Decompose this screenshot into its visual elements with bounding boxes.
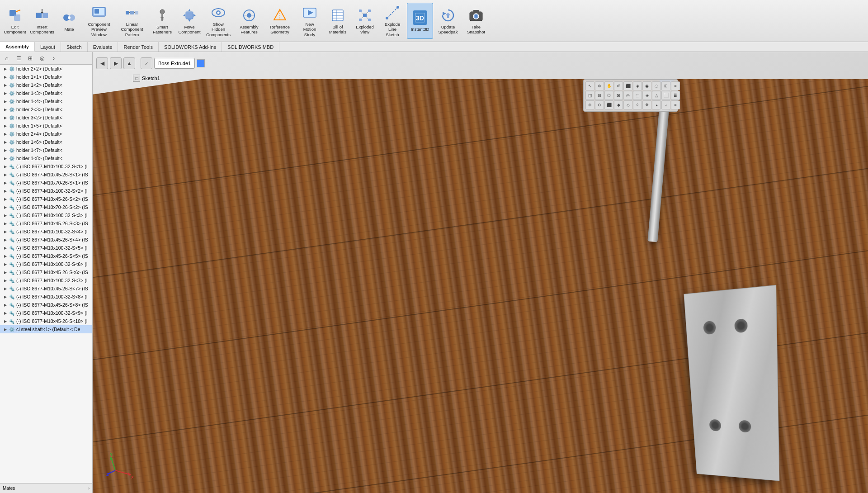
mini-btn-22[interactable]: ⊖ [595,100,604,109]
tree-item-holder-1-2[interactable]: ▶ ⚙️ holder 1<2> (Default< [0,81,92,89]
tree-item-iso-m10x70-26-s1[interactable]: ▶ 🔩 (-) ISO 8677-M10x70-26-S<1> (IS [0,179,92,187]
tree-item-iso-m10x70-26-s2[interactable]: ▶ 🔩 (-) ISO 8677-M10x70-26-S<2> (IS [0,203,92,211]
tree-item-label: holder 1<2> (Default< [16,82,62,88]
edit-component-button[interactable]: Edit Component [2,3,28,39]
mini-btn-26[interactable]: ◊ [633,100,642,109]
tree-item-iso-m10x45-26-s8[interactable]: ▶ 🔩 (-) ISO 8677-M10x45-26-S<8> (IS [0,301,92,309]
exploded-view-button[interactable]: ExplodedView [352,3,378,39]
feature-check-icon[interactable]: ✓ [141,57,152,69]
update-speedpak-button[interactable]: UpdateSpeedpak [434,3,462,39]
instant3d-button[interactable]: 3D Instant3D [407,3,433,39]
sidebar-nav-right-button[interactable]: › [49,53,59,63]
mini-btn-9[interactable]: ⊞ [661,81,670,90]
mini-btn-5[interactable]: ⬛ [623,81,632,90]
mini-btn-11[interactable]: ◫ [585,91,594,100]
mini-btn-13[interactable]: ⬡ [604,91,613,100]
mini-btn-6[interactable]: ◈ [633,81,642,90]
mini-btn-3[interactable]: ✋ [604,81,613,90]
tree-item-iso-m10x100-32-s7[interactable]: ▶ 🔩 (-) ISO 8677-M10x100-32-S<7> (I [0,276,92,284]
linear-component-pattern-button[interactable]: LinearComponentPattern [116,3,148,39]
3d-scene[interactable]: X Y Z [93,79,868,493]
tab-sketch[interactable]: Sketch [61,42,88,52]
bill-of-materials-button[interactable]: Bill ofMaterials [325,3,351,39]
tree-item-iso-m10x100-32-s1[interactable]: ▶ 🔩 (-) ISO 8677-M10x100-32-S<1> (I [0,162,92,171]
tree-item-holder-1-4[interactable]: ▶ ⚙️ holder 1<4> (Default< [0,97,92,105]
tab-layout[interactable]: Layout [35,42,61,52]
tree-item-holder-1-8[interactable]: ▶ ⚙️ holder 1<8> (Default< [0,154,92,162]
tree-item-holder-1-6[interactable]: ▶ ⚙️ holder 1<6> (Default< [0,138,92,146]
tab-solidworks-addins[interactable]: SOLIDWORKS Add-Ins [159,42,222,52]
tree-item-iso-m10x100-32-s9[interactable]: ▶ 🔩 (-) ISO 8677-M10x100-32-S<9> (I [0,309,92,317]
tree-item-iso-m10x100-32-s5[interactable]: ▶ 🔩 (-) ISO 8677-M10x100-32-S<5> (I [0,244,92,252]
tab-solidworks-mbd[interactable]: SOLIDWORKS MBD [222,42,279,52]
mini-btn-1[interactable]: ↖ [585,81,594,90]
tree-item-iso-m10x100-32-s2[interactable]: ▶ 🔩 (-) ISO 8677-M10x100-32-S<2> (I [0,187,92,195]
mini-btn-14[interactable]: ⊠ [614,91,623,100]
mini-btn-18[interactable]: ◬ [652,91,661,100]
mini-btn-21[interactable]: ⊕ [585,100,594,109]
tree-item-holder-1-7[interactable]: ▶ ⚙️ holder 1<7> (Default< [0,146,92,154]
sidebar-list-button[interactable]: ☰ [14,53,24,63]
mini-btn-29[interactable]: ⬦ [661,100,670,109]
mini-btn-17[interactable]: ◈ [642,91,651,100]
smart-fasteners-button[interactable]: SmartFasteners [149,3,175,39]
assembly-features-button[interactable]: AssemblyFeatures [234,3,264,39]
mini-btn-10[interactable]: ≡ [671,81,680,90]
tree-item-holder-2-4[interactable]: ▶ ⚙️ holder 2<4> (Default< [0,130,92,138]
tree-item-steel-shaft[interactable]: ▶ ⚙️ ci steel shaft<1> (Default < De [0,325,92,333]
mini-btn-30[interactable]: ≡ [671,100,680,109]
tree-item-holder-2-2[interactable]: ▶ ⚙️ holder 2<2> (Default< [0,65,92,73]
component-preview-window-button[interactable]: ComponentPreviewWindow [83,3,115,39]
mini-btn-12[interactable]: ⊟ [595,91,604,100]
tree-item-iso-m10x45-26-s6[interactable]: ▶ 🔩 (-) ISO 8677-M10x45-26-S<6> (IS [0,268,92,276]
tree-item-iso-m10x45-26-s5[interactable]: ▶ 🔩 (-) ISO 8677-M10x45-26-S<5> (IS [0,252,92,260]
tree-item-iso-m10x100-32-s4[interactable]: ▶ 🔩 (-) ISO 8677-M10x100-32-S<4> (I [0,228,92,236]
mini-btn-16[interactable]: ⬚ [633,91,642,100]
explode-line-sketch-button[interactable]: ExplodeLineSketch [379,3,406,39]
feature-nav-up[interactable]: ▲ [123,57,135,69]
mini-btn-20[interactable]: ≣ [671,91,680,100]
take-snapshot-button[interactable]: TakeSnapshot [463,3,489,39]
tree-item-iso-m10x45-26-s3[interactable]: ▶ 🔩 (-) ISO 8677-M10x45-26-S<3> (IS [0,219,92,228]
tree-item-holder-2-3[interactable]: ▶ ⚙️ holder 2<3> (Default< [0,105,92,114]
tree-item-iso-m10x45-26-s2[interactable]: ▶ 🔩 (-) ISO 8677-M10x45-26-S<2> (IS [0,195,92,203]
insert-components-button[interactable]: InsertComponents [29,3,55,39]
move-component-button[interactable]: MoveComponent [176,3,203,39]
mate-button[interactable]: Mate [56,3,82,39]
sidebar-display-button[interactable]: ◎ [37,53,47,63]
tree-item-iso-m10x45-26-s10[interactable]: ▶ 🔩 (-) ISO 8677-M10x45-26-S<10> (I [0,317,92,325]
tree-item-iso-m10x45-26-s4[interactable]: ▶ 🔩 (-) ISO 8677-M10x45-26-S<4> (IS [0,236,92,244]
feature-nav-forward[interactable]: ▶ [110,57,122,69]
mini-btn-23[interactable]: ⬛ [604,100,613,109]
tree-item-holder-1-3[interactable]: ▶ ⚙️ holder 1<3> (Default< [0,89,92,97]
mini-btn-15[interactable]: ◎ [623,91,632,100]
reference-geometry-button[interactable]: ReferenceGeometry [265,3,295,39]
tab-assembly[interactable]: Assembly [0,42,35,52]
tree-item-iso-m10x100-32-s8[interactable]: ▶ 🔩 (-) ISO 8677-M10x100-32-S<8> (I [0,293,92,301]
mini-btn-28[interactable]: ⬥ [652,100,661,109]
tree-item-holder-1-5[interactable]: ▶ ⚙️ holder 1<5> (Default< [0,122,92,130]
tree-item-iso-m10x100-32-s3[interactable]: ▶ 🔩 (-) ISO 8677-M10x100-32-S<3> (I [0,211,92,219]
sidebar-filter-button[interactable]: ⊞ [25,53,35,63]
tree-item-iso-m10x45-26-s1[interactable]: ▶ 🔩 (-) ISO 8677-M10x45-26-S<1> (IS [0,171,92,179]
new-motion-study-button[interactable]: NewMotionStudy [296,3,324,39]
viewport[interactable]: ◀ ▶ ▲ ✓ Boss-Extrude1 ◻ Sketch1 [93,52,868,493]
tree-item-iso-m10x100-32-s6[interactable]: ▶ 🔩 (-) ISO 8677-M10x100-32-S<6> (I [0,260,92,268]
mates-bar[interactable]: Mates › [0,483,92,493]
sidebar-home-button[interactable]: ⌂ [2,53,12,63]
feature-nav-back[interactable]: ◀ [96,57,108,69]
tree-item-holder-1-1[interactable]: ▶ ⚙️ holder 1<1> (Default< [0,73,92,81]
mini-btn-27[interactable]: ❖ [642,100,651,109]
tree-item-holder-3-2[interactable]: ▶ ⚙️ holder 3<2> (Default< [0,114,92,122]
mini-btn-24[interactable]: ◆ [614,100,623,109]
mini-btn-7[interactable]: ◉ [642,81,651,90]
mini-btn-19[interactable]: ⬜ [661,91,670,100]
mini-btn-2[interactable]: ⊕ [595,81,604,90]
show-hidden-button[interactable]: ShowHiddenComponents [203,3,233,39]
mini-btn-25[interactable]: ◇ [623,100,632,109]
tab-evaluate[interactable]: Evaluate [88,42,118,52]
tree-item-iso-m10x45-26-s7[interactable]: ▶ 🔩 (-) ISO 8677-M10x45-26-S<7> (IS [0,284,92,293]
tab-render-tools[interactable]: Render Tools [118,42,159,52]
mini-btn-4[interactable]: ↺ [614,81,623,90]
mini-btn-8[interactable]: ◌ [652,81,661,90]
